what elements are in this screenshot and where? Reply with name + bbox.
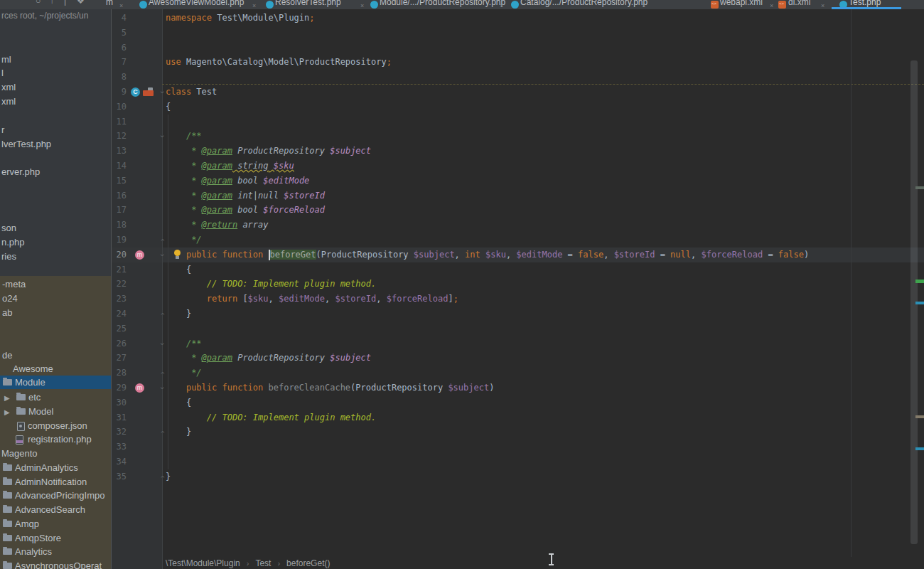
- tree-item-erver-php[interactable]: erver.php: [0, 165, 112, 179]
- code-line[interactable]: // TODO: Implement plugin method.: [166, 277, 376, 292]
- code-line[interactable]: /**: [166, 336, 202, 351]
- tree-item-xml[interactable]: xml: [0, 80, 112, 94]
- fold-marker[interactable]: ›: [159, 133, 166, 140]
- code-line[interactable]: * @param bool $forceReload: [166, 203, 325, 218]
- code-line[interactable]: * @param ProductRepository $subject: [166, 144, 371, 159]
- fold-marker[interactable]: ›: [159, 340, 166, 347]
- error-stripe-mark[interactable]: [915, 280, 924, 283]
- tree-item-amqp[interactable]: Amqp: [0, 517, 112, 531]
- code-line[interactable]: */: [166, 366, 202, 381]
- tree-item-ab[interactable]: ab: [0, 306, 112, 319]
- code-line[interactable]: /**: [166, 129, 202, 144]
- tab-test-php[interactable]: Test.php: [849, 0, 881, 7]
- code-line[interactable]: public function beforeGet(ProductReposit…: [166, 248, 809, 262]
- editor-area[interactable]: 4567891011121314151617181920212223242526…: [112, 9, 924, 569]
- toolbar-icon[interactable]: ❖: [77, 0, 85, 6]
- code-line[interactable]: * @param bool $editMode: [166, 174, 309, 188]
- code-line[interactable]: public function beforeCleanCache(Product…: [166, 381, 494, 395]
- tab-m[interactable]: m: [106, 0, 113, 7]
- toolbar-icon[interactable]: ↑: [50, 0, 54, 6]
- tab-close-icon[interactable]: ×: [821, 4, 824, 7]
- error-stripe-mark[interactable]: [915, 302, 924, 304]
- tree-item-adminanalytics[interactable]: AdminAnalytics: [0, 461, 112, 474]
- tree-item-son[interactable]: son: [0, 221, 112, 235]
- tree-item-advancedpricingimpo[interactable]: AdvancedPricingImpo: [0, 489, 112, 502]
- tree-item-xml[interactable]: xml: [0, 95, 112, 108]
- fold-marker[interactable]: ›: [159, 370, 166, 377]
- error-stripe-mark[interactable]: [915, 447, 924, 450]
- fold-marker[interactable]: ›: [159, 429, 166, 436]
- line-number: 19: [112, 233, 127, 248]
- plugin-method-gutter-icon[interactable]: m: [135, 250, 144, 260]
- code-line[interactable]: class Test: [166, 85, 217, 100]
- tab-close-icon[interactable]: ×: [500, 4, 503, 7]
- plugin-method-gutter-icon[interactable]: m: [135, 383, 144, 393]
- tree-item-advancedsearch[interactable]: AdvancedSearch: [0, 503, 112, 516]
- toolbar-icon[interactable]: |: [64, 0, 66, 6]
- tree-item-asynchronousoperat[interactable]: AsynchronousOperat: [0, 559, 112, 569]
- tree-item-magento[interactable]: Magento: [0, 447, 112, 460]
- code-line[interactable]: * @param int|null $storeId: [166, 188, 325, 203]
- code-line[interactable]: {: [166, 395, 191, 410]
- breadcrumb-item[interactable]: beforeGet(): [286, 558, 330, 568]
- tree-item-de[interactable]: de: [0, 349, 112, 362]
- code-line[interactable]: {: [166, 100, 171, 115]
- tree-item-etc[interactable]: ▶etc: [0, 390, 112, 404]
- code-line[interactable]: }: [166, 425, 191, 440]
- breadcrumb-item[interactable]: Test: [255, 558, 271, 568]
- tree-item-o24[interactable]: o24: [0, 292, 112, 305]
- tab-webapi-xml[interactable]: webapi.xml: [720, 0, 763, 7]
- chevron-right-icon[interactable]: ▶: [4, 405, 10, 418]
- code-line[interactable]: use Magento\Catalog\Model\ProductReposit…: [166, 55, 392, 70]
- tab-resolvertest-php[interactable]: ResolverTest.php: [275, 0, 341, 7]
- code-line[interactable]: return [$sku, $editMode, $storeId, $forc…: [166, 292, 458, 307]
- tab-di-xml[interactable]: di.xml: [788, 0, 810, 7]
- tab-close-icon[interactable]: ×: [642, 4, 645, 7]
- tree-item-amqpstore[interactable]: AmqpStore: [0, 531, 112, 545]
- chevron-right-icon[interactable]: ▶: [4, 391, 10, 404]
- fold-marker[interactable]: ›: [159, 89, 166, 96]
- tab-close-icon[interactable]: ×: [119, 4, 122, 7]
- fold-marker[interactable]: ›: [159, 385, 166, 392]
- fold-marker[interactable]: ›: [159, 251, 166, 258]
- code-line[interactable]: namespace Test\Module\Plugin;: [166, 11, 315, 26]
- breadcrumb-item[interactable]: \Test\Module\Plugin: [166, 558, 240, 568]
- fold-marker[interactable]: ›: [159, 473, 166, 480]
- error-stripe-mark[interactable]: [915, 415, 924, 418]
- json-file-icon: [17, 422, 25, 431]
- tree-item-n-php[interactable]: n.php: [0, 235, 112, 249]
- tree-item-awesome[interactable]: Awesome: [0, 362, 112, 376]
- tree-item-registration-php[interactable]: registration.php: [0, 432, 112, 446]
- code-line[interactable]: }: [166, 469, 171, 484]
- tab-close-icon[interactable]: ×: [360, 4, 363, 7]
- tree-item-analytics[interactable]: Analytics: [0, 545, 112, 558]
- tree-item-ries[interactable]: ries: [0, 250, 112, 263]
- fold-marker[interactable]: ›: [159, 237, 166, 244]
- code-line[interactable]: // TODO: Implement plugin method.: [166, 410, 376, 425]
- tab-catalog-productrepository-php[interactable]: Catalog/.../ProductRepository.php: [520, 0, 648, 7]
- code-line[interactable]: * @param string $sku: [166, 159, 294, 174]
- tree-item--meta[interactable]: -meta: [0, 277, 112, 291]
- error-stripe-mark[interactable]: [915, 186, 924, 189]
- code-line[interactable]: }: [166, 307, 191, 321]
- tab-close-icon[interactable]: ×: [770, 4, 773, 7]
- tree-item-l[interactable]: l: [0, 66, 112, 80]
- tree-item-r[interactable]: r: [0, 123, 112, 137]
- tree-item-model[interactable]: ▶Model: [0, 405, 112, 418]
- toolbar-icon[interactable]: ○: [36, 0, 41, 6]
- class-gutter-icon[interactable]: C: [131, 87, 140, 97]
- code-line[interactable]: {: [166, 262, 191, 277]
- tree-item-ml[interactable]: ml: [0, 53, 112, 66]
- code-line[interactable]: */: [166, 233, 202, 248]
- tree-item-adminnotification[interactable]: AdminNotification: [0, 475, 112, 489]
- tab-awesomeviewmodel-php[interactable]: AwesomeViewModel.php: [149, 0, 244, 7]
- code-line[interactable]: * @param ProductRepository $subject: [166, 351, 371, 366]
- tab-close-icon[interactable]: ×: [252, 4, 255, 7]
- fold-marker[interactable]: ›: [159, 311, 166, 318]
- tab-module-productrepository-php[interactable]: Module/.../ProductRepository.php: [380, 0, 505, 7]
- tree-item-module[interactable]: Module: [0, 376, 112, 389]
- tree-item-composer-json[interactable]: composer.json: [0, 419, 112, 432]
- module-gutter-icon[interactable]: [143, 87, 154, 96]
- code-line[interactable]: * @return array: [166, 218, 269, 233]
- tree-item-lvertest-php[interactable]: lverTest.php: [0, 137, 112, 151]
